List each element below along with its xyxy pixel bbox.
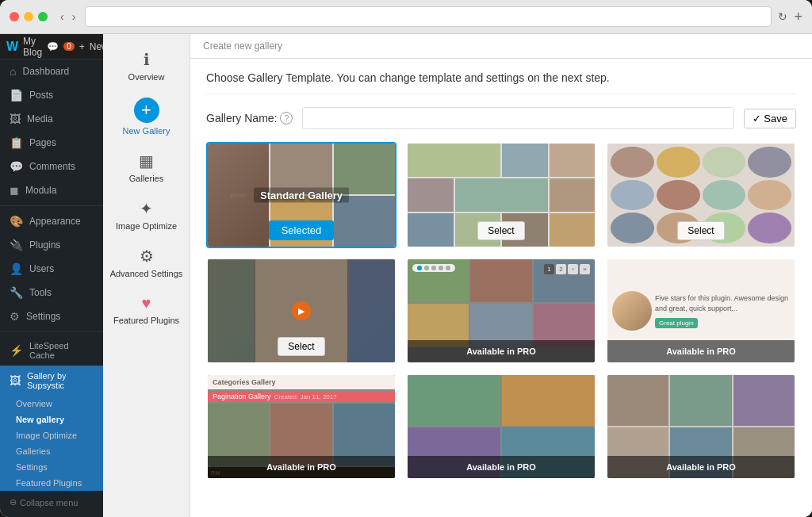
nav-featured-plugins[interactable]: ♥ Featured Plugins bbox=[103, 288, 190, 331]
tools-icon: 🔧 bbox=[10, 286, 23, 299]
wp-logo: W bbox=[6, 40, 18, 54]
template-standard[interactable]: photo Standard Gallery Selected bbox=[206, 142, 396, 248]
plugin-sidebar: ℹ Overview + New Gallery ▦ Galleries ✦ I… bbox=[103, 34, 190, 517]
circular-select-overlay: Select bbox=[607, 215, 795, 247]
nav-new-gallery[interactable]: + New Gallery bbox=[103, 91, 190, 142]
sidebar-item-comments[interactable]: 💬 Comments bbox=[0, 155, 103, 178]
comments-badge: 0 bbox=[63, 42, 75, 51]
dashboard-icon: ⌂ bbox=[10, 65, 16, 78]
forward-button[interactable]: › bbox=[69, 9, 79, 25]
standard-label: Standard Gallery bbox=[254, 188, 349, 203]
comments-nav-icon: 💬 bbox=[10, 160, 23, 173]
collapse-menu[interactable]: ⊖ Collapse menu bbox=[0, 491, 103, 514]
nav-overview[interactable]: ℹ Overview bbox=[103, 44, 190, 88]
comments-icon: 💬 bbox=[47, 41, 59, 52]
circular-select-btn[interactable]: Select bbox=[677, 221, 724, 240]
featured-plugins-icon: ♥ bbox=[142, 294, 151, 312]
album-pro-badge: Available in PRO bbox=[666, 462, 736, 472]
nav-arrows: ‹ › bbox=[57, 9, 79, 25]
new-label[interactable]: New bbox=[90, 41, 103, 52]
save-button[interactable]: ✓ Save bbox=[744, 109, 796, 128]
maximize-button[interactable] bbox=[38, 12, 48, 21]
sidebar-item-modula[interactable]: ◼ Modula bbox=[0, 178, 103, 202]
sub-overview[interactable]: Overview bbox=[6, 396, 103, 412]
settings-icon: ⚙ bbox=[10, 310, 20, 323]
modula-icon: ◼ bbox=[10, 184, 19, 197]
media-icon: 🖼 bbox=[10, 113, 21, 125]
template-slider[interactable]: ▶ Select bbox=[206, 258, 396, 364]
back-button[interactable]: ‹ bbox=[57, 9, 67, 25]
sub-image-optimize[interactable]: Image Optimize bbox=[6, 427, 103, 443]
sidebar-item-media[interactable]: 🖼 Media bbox=[0, 107, 103, 131]
site-name[interactable]: My Blog bbox=[23, 36, 42, 58]
gallery-name-row: Gallery Name: ? ✓ Save bbox=[206, 107, 796, 129]
categories-pro-overlay: Available in PRO bbox=[208, 456, 395, 478]
users-icon: 👤 bbox=[10, 262, 23, 275]
image-optimize-icon: ✦ bbox=[140, 199, 153, 218]
sidebar-item-litespeed[interactable]: ⚡ LiteSpeed Cache bbox=[0, 335, 103, 366]
sub-new-gallery[interactable]: New gallery bbox=[6, 412, 103, 427]
sidebar-item-dashboard[interactable]: ⌂ Dashboard bbox=[0, 59, 103, 83]
slider-select-overlay: Select bbox=[208, 331, 395, 362]
album-pro-overlay: Available in PRO bbox=[607, 456, 795, 478]
litespeed-icon: ⚡ bbox=[10, 344, 23, 357]
wp-sidebar: W My Blog 💬 0 + New ⊕ ⌂ Dashboard 📄 Post… bbox=[0, 34, 103, 517]
gallery-icon: 🖼 bbox=[10, 374, 21, 387]
pagination-pro-overlay: Available in PRO bbox=[408, 340, 595, 362]
sidebar-item-posts[interactable]: 📄 Posts bbox=[0, 83, 103, 107]
sub-settings[interactable]: Settings bbox=[6, 459, 103, 475]
address-bar[interactable] bbox=[85, 6, 772, 27]
overview-icon: ℹ bbox=[144, 50, 150, 69]
pages-icon: 📋 bbox=[10, 136, 23, 149]
gallery-template-grid: photo Standard Gallery Selected bbox=[206, 142, 796, 480]
sidebar-item-users[interactable]: 👤 Users bbox=[0, 257, 103, 281]
refresh-button[interactable]: ↻ bbox=[778, 10, 787, 23]
nav-galleries[interactable]: ▦ Galleries bbox=[103, 145, 190, 190]
blog-pro-badge: Available in PRO bbox=[666, 347, 736, 356]
sub-featured[interactable]: Featured Plugins bbox=[6, 475, 103, 491]
nav-advanced-settings[interactable]: ⚙ Advanced Settings bbox=[103, 240, 190, 285]
new-button[interactable]: + bbox=[79, 41, 85, 52]
nav-image-optimize[interactable]: ✦ Image Optimize bbox=[103, 193, 190, 237]
extra-pro-badge: Available in PRO bbox=[466, 462, 536, 472]
content-area: Create new gallery Choose Gallery Templa… bbox=[190, 34, 812, 517]
step-instruction: Choose Gallery Template. You can change … bbox=[206, 71, 796, 94]
minimize-button[interactable] bbox=[24, 12, 33, 21]
slider-select-btn[interactable]: Select bbox=[278, 337, 324, 356]
new-tab-button[interactable]: + bbox=[794, 10, 802, 24]
blog-pro-overlay: Available in PRO bbox=[607, 340, 795, 362]
gallery-name-label: Gallery Name: ? bbox=[206, 112, 293, 124]
new-gallery-icon: + bbox=[134, 98, 159, 123]
sub-galleries[interactable]: Galleries bbox=[6, 443, 103, 459]
galleries-icon: ▦ bbox=[139, 151, 154, 170]
template-mosaic[interactable]: Select bbox=[406, 142, 596, 248]
sidebar-item-pages[interactable]: 📋 Pages bbox=[0, 131, 103, 155]
template-extra[interactable]: Available in PRO bbox=[406, 373, 596, 480]
sidebar-item-tools[interactable]: 🔧 Tools bbox=[0, 281, 103, 304]
template-circular[interactable]: Select bbox=[606, 142, 796, 248]
browser-chrome: ‹ › ↻ + bbox=[0, 0, 812, 34]
template-pagination[interactable]: 1 2 › » bbox=[406, 258, 596, 364]
collapse-icon: ⊖ bbox=[10, 497, 17, 507]
mosaic-select-btn[interactable]: Select bbox=[477, 221, 524, 240]
pagination-pro-badge: Available in PRO bbox=[466, 347, 536, 356]
gallery-name-input[interactable] bbox=[302, 107, 733, 129]
template-blog[interactable]: Five stars for this plugin. Awesome desi… bbox=[606, 258, 796, 364]
template-album[interactable]: Available in PRO bbox=[606, 373, 796, 480]
mosaic-select-overlay: Select bbox=[408, 215, 595, 247]
sidebar-item-gallery[interactable]: 🖼 Gallery by Supsystic bbox=[0, 366, 103, 396]
template-categories[interactable]: Categories Gallery Pagination Gallery Cr… bbox=[206, 373, 396, 480]
close-button[interactable] bbox=[10, 12, 19, 21]
standard-select-overlay: Selected bbox=[208, 214, 395, 247]
sidebar-item-appearance[interactable]: 🎨 Appearance bbox=[0, 209, 103, 233]
categories-pro-badge: Available in PRO bbox=[266, 462, 336, 472]
gallery-name-help[interactable]: ? bbox=[280, 112, 293, 124]
sidebar-item-settings[interactable]: ⚙ Settings bbox=[0, 304, 103, 328]
sidebar-item-plugins[interactable]: 🔌 Plugins bbox=[0, 233, 103, 257]
breadcrumb: Create new gallery bbox=[190, 34, 812, 59]
extra-pro-overlay: Available in PRO bbox=[408, 456, 595, 478]
plugins-icon: 🔌 bbox=[10, 239, 23, 251]
appearance-icon: 🎨 bbox=[10, 215, 23, 228]
standard-selected-badge: Selected bbox=[269, 220, 335, 240]
posts-icon: 📄 bbox=[10, 89, 23, 101]
